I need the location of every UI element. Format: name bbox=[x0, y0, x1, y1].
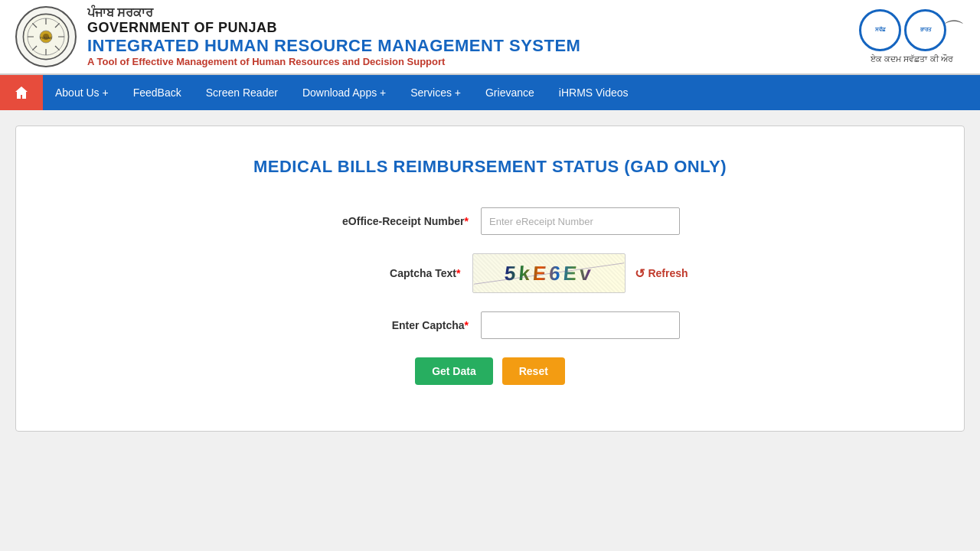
captcha-required: * bbox=[456, 267, 460, 279]
header-text-block: ਪੰਜਾਬ ਸਰਕਾਰ GOVERNMENT OF PUNJAB INTEGRA… bbox=[87, 6, 580, 67]
nav-feedback[interactable]: FeedBack bbox=[121, 75, 194, 110]
captcha-text-row: Captcha Text* 5kE6Ev ↺ Refresh bbox=[31, 253, 949, 293]
eoffice-required: * bbox=[465, 215, 469, 227]
enter-captcha-label: Enter Captcha* bbox=[300, 319, 469, 331]
nav-ihrms-videos[interactable]: iHRMS Videos bbox=[547, 75, 641, 110]
home-button[interactable] bbox=[0, 75, 43, 110]
nav-services[interactable]: Services + bbox=[398, 75, 473, 110]
eoffice-receipt-input[interactable] bbox=[481, 207, 680, 235]
government-name: GOVERNMENT OF PUNJAB bbox=[87, 20, 580, 36]
form-card: MEDICAL BILLS REIMBURSEMENT STATUS (GAD … bbox=[15, 126, 965, 432]
swachh-tagline: ਏਕ ਕਦਮ ਸਵੱਛਤਾ ਕੀ ਔਰ bbox=[871, 54, 952, 64]
swachh-circle-2: ਭਾਰਤ bbox=[904, 9, 946, 51]
enter-captcha-row: Enter Captcha* bbox=[31, 311, 949, 339]
main-navbar: About Us + FeedBack Screen Reader Downlo… bbox=[0, 75, 980, 110]
svg-text:PUNJAB: PUNJAB bbox=[40, 36, 52, 40]
system-name: INTEGRATED HUMAN RESOURCE MANAGEMENT SYS… bbox=[87, 36, 580, 56]
enter-captcha-required: * bbox=[465, 319, 469, 331]
get-data-button[interactable]: Get Data bbox=[415, 357, 493, 385]
enter-captcha-input[interactable] bbox=[481, 311, 680, 339]
main-content: MEDICAL BILLS REIMBURSEMENT STATUS (GAD … bbox=[0, 110, 980, 447]
refresh-icon: ↺ bbox=[635, 266, 645, 281]
captcha-text-label: Captcha Text* bbox=[292, 267, 460, 279]
eoffice-label: eOffice-Receipt Number* bbox=[300, 215, 469, 227]
refresh-captcha-button[interactable]: ↺ Refresh bbox=[635, 266, 688, 281]
swachh-circle-1: ਸਵੱਛ bbox=[859, 9, 901, 51]
swachh-arc-decoration: ⌒ bbox=[943, 16, 965, 45]
punjab-emblem: PUNJAB bbox=[15, 6, 77, 67]
swachh-bharat-logo: ਸਵੱਛ ਭਾਰਤ ⌒ ਏਕ ਕਦਮ ਸਵੱਛਤਾ ਕੀ ਔਰ bbox=[859, 9, 965, 64]
nav-about-us[interactable]: About Us + bbox=[43, 75, 121, 110]
tagline: A Tool of Effective Management of Human … bbox=[87, 56, 580, 67]
form-buttons: Get Data Reset bbox=[31, 357, 949, 385]
reset-button[interactable]: Reset bbox=[502, 357, 565, 385]
nav-download-apps[interactable]: Download Apps + bbox=[290, 75, 398, 110]
captcha-container: 5kE6Ev ↺ Refresh bbox=[472, 253, 688, 293]
header-branding: PUNJAB ਪੰਜਾਬ ਸਰਕਾਰ GOVERNMENT OF PUNJAB … bbox=[15, 6, 580, 67]
swachh-logo-graphic: ਸਵੱਛ ਭਾਰਤ ⌒ bbox=[859, 9, 965, 51]
nav-screen-reader[interactable]: Screen Reader bbox=[194, 75, 290, 110]
form-title: MEDICAL BILLS REIMBURSEMENT STATUS (GAD … bbox=[31, 157, 949, 177]
page-header: PUNJAB ਪੰਜਾਬ ਸਰਕਾਰ GOVERNMENT OF PUNJAB … bbox=[0, 0, 980, 75]
punjabi-title: ਪੰਜਾਬ ਸਰਕਾਰ bbox=[87, 6, 580, 20]
eoffice-row: eOffice-Receipt Number* bbox=[31, 207, 949, 235]
nav-grievance[interactable]: Grievance bbox=[473, 75, 547, 110]
captcha-image: 5kE6Ev bbox=[472, 253, 626, 293]
